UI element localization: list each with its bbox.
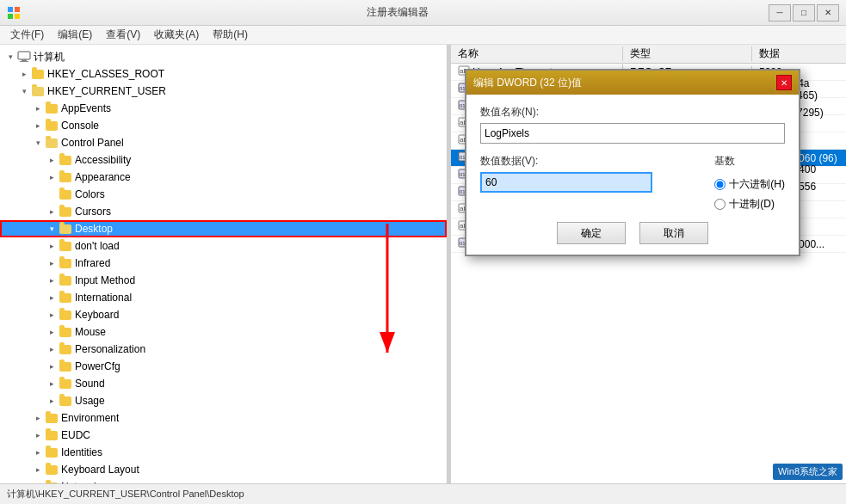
- expander-console[interactable]: ▸: [31, 119, 45, 132]
- expander-input-method[interactable]: ▸: [45, 274, 59, 287]
- registry-tree[interactable]: ▾ 计算机 ▸ HKEY_CLASSES_ROOT ▾ HKEY_CURRENT…: [0, 45, 448, 483]
- folder-icon-keyboard: [59, 308, 72, 322]
- folder-icon-accessibility: [59, 153, 72, 167]
- tree-node-sound[interactable]: ▸ Sound: [0, 375, 447, 392]
- dialog-data-input[interactable]: [480, 172, 652, 193]
- expander-powercfg[interactable]: ▸: [45, 360, 59, 373]
- expander-computer[interactable]: ▾: [3, 50, 17, 64]
- tree-node-console[interactable]: ▸ Console: [0, 117, 447, 134]
- expander-personalization[interactable]: ▸: [45, 342, 59, 356]
- registry-table-header: 名称 类型 数据: [451, 45, 846, 64]
- tree-node-personalization[interactable]: ▸ Personalization: [0, 341, 447, 358]
- tree-node-powercfg[interactable]: ▸ PowerCfg: [0, 358, 447, 375]
- folder-icon-console: [45, 119, 59, 132]
- expander-mouse[interactable]: ▸: [45, 325, 59, 339]
- tree-node-environment[interactable]: ▸ Environment: [0, 409, 447, 427]
- expander-control-panel[interactable]: ▾: [31, 136, 45, 150]
- tree-node-keyboard[interactable]: ▸ Keyboard: [0, 306, 447, 323]
- menu-favorites[interactable]: 收藏夹(A): [147, 26, 206, 44]
- hive-open-icon: [31, 84, 45, 98]
- hive-icon: [31, 67, 45, 81]
- tree-node-appevents[interactable]: ▸ AppEvents: [0, 100, 447, 117]
- expander-keyboard[interactable]: ▸: [45, 308, 59, 322]
- tree-node-eudc[interactable]: ▸ EUDC: [0, 427, 447, 444]
- expander-appearance[interactable]: ▸: [45, 170, 59, 184]
- tree-node-classes-root[interactable]: ▸ HKEY_CLASSES_ROOT: [0, 65, 447, 83]
- svg-rect-3: [15, 14, 20, 19]
- tree-node-keyboard-layout[interactable]: ▸ Keyboard Layout: [0, 461, 447, 478]
- folder-icon-eudc: [45, 428, 59, 442]
- folder-icon-environment: [45, 411, 59, 425]
- tree-node-identities[interactable]: ▸ Identities: [0, 444, 447, 461]
- expander-usage[interactable]: ▸: [45, 394, 59, 408]
- folder-icon-dont-load: [59, 239, 72, 253]
- tree-label-personalization: Personalization: [75, 343, 145, 355]
- menu-view[interactable]: 查看(V): [99, 26, 147, 44]
- expander-environment[interactable]: ▸: [31, 411, 45, 425]
- folder-icon-identities: [45, 446, 59, 459]
- folder-icon-international: [59, 291, 72, 304]
- tree-node-accessibility[interactable]: ▸ Accessibility: [0, 151, 447, 169]
- tree-node-computer[interactable]: ▾ 计算机: [0, 48, 447, 65]
- folder-icon-appearance: [59, 170, 72, 184]
- win8-watermark: Win8系统之家: [773, 464, 843, 480]
- dword-dialog[interactable]: 编辑 DWORD (32 位)值 ✕ 数值名称(N): 数值数据(V): 基数 …: [465, 69, 800, 256]
- tree-node-desktop[interactable]: ▾ Desktop: [0, 220, 447, 237]
- tree-node-usage[interactable]: ▸ Usage: [0, 392, 447, 409]
- dialog-cancel-button[interactable]: 取消: [639, 222, 708, 244]
- expander-cursors[interactable]: ▸: [45, 205, 59, 218]
- tree-node-colors[interactable]: ▸ Colors: [0, 186, 447, 203]
- expander-keyboard-layout[interactable]: ▸: [31, 463, 45, 476]
- tree-node-appearance[interactable]: ▸ Appearance: [0, 169, 447, 186]
- radio-dec-label[interactable]: 十进制(D): [714, 197, 785, 212]
- dialog-buttons: 确定 取消: [480, 222, 785, 244]
- expander-accessibility[interactable]: ▸: [45, 153, 59, 167]
- expander-desktop[interactable]: ▾: [45, 222, 59, 236]
- tree-node-current-user[interactable]: ▾ HKEY_CURRENT_USER: [0, 83, 447, 100]
- dialog-close-button[interactable]: ✕: [776, 75, 792, 90]
- svg-rect-1: [15, 7, 20, 12]
- app-icon: [7, 6, 21, 20]
- tree-label-mouse: Mouse: [75, 326, 106, 338]
- tree-node-dont-load[interactable]: ▸ don't load: [0, 237, 447, 255]
- expander-sound[interactable]: ▸: [45, 377, 59, 390]
- dialog-name-input[interactable]: [480, 123, 785, 144]
- tree-node-mouse[interactable]: ▸ Mouse: [0, 323, 447, 341]
- expander-infrared[interactable]: ▸: [45, 256, 59, 270]
- tree-label-keyboard-layout: Keyboard Layout: [61, 464, 139, 476]
- minimize-button[interactable]: ─: [769, 4, 791, 22]
- svg-rect-6: [20, 61, 28, 62]
- radio-dec[interactable]: [714, 199, 726, 210]
- expander-appevents[interactable]: ▸: [31, 101, 45, 115]
- expander-identities[interactable]: ▸: [31, 446, 45, 459]
- menu-file[interactable]: 文件(F): [3, 26, 51, 44]
- dialog-value-section: 数值数据(V):: [480, 154, 701, 203]
- expander-dont-load[interactable]: ▸: [45, 239, 59, 253]
- expander-international[interactable]: ▸: [45, 291, 59, 304]
- radio-hex-label[interactable]: 十六进制(H): [714, 177, 785, 192]
- dialog-base-label: 基数: [714, 154, 785, 169]
- tree-label-cursors: Cursors: [75, 206, 111, 218]
- dialog-ok-button[interactable]: 确定: [557, 222, 626, 244]
- radio-hex[interactable]: [714, 179, 726, 190]
- tree-label-accessibility: Accessibility: [75, 154, 131, 166]
- tree-label-identities: Identities: [61, 446, 102, 458]
- tree-node-international[interactable]: ▸ International: [0, 289, 447, 306]
- dialog-base-group: 基数 十六进制(H) 十进制(D): [714, 154, 785, 212]
- folder-icon-powercfg: [59, 360, 72, 373]
- maximize-button[interactable]: □: [793, 4, 815, 22]
- menu-help[interactable]: 帮助(H): [206, 26, 255, 44]
- close-button[interactable]: ✕: [817, 4, 839, 22]
- tree-label-dont-load: don't load: [75, 240, 120, 252]
- tree-node-cursors[interactable]: ▸ Cursors: [0, 203, 447, 220]
- menu-edit[interactable]: 编辑(E): [51, 26, 99, 44]
- tree-node-input-method[interactable]: ▸ Input Method: [0, 272, 447, 289]
- tree-node-infrared[interactable]: ▸ Infrared: [0, 255, 447, 272]
- folder-icon-input-method: [59, 274, 72, 287]
- expander-classes-root[interactable]: ▸: [17, 67, 31, 81]
- tree-label-classes-root: HKEY_CLASSES_ROOT: [47, 68, 164, 80]
- expander-eudc[interactable]: ▸: [31, 428, 45, 442]
- folder-icon-colors: [59, 187, 72, 201]
- tree-node-control-panel[interactable]: ▾ Control Panel: [0, 134, 447, 151]
- expander-current-user[interactable]: ▾: [17, 84, 31, 98]
